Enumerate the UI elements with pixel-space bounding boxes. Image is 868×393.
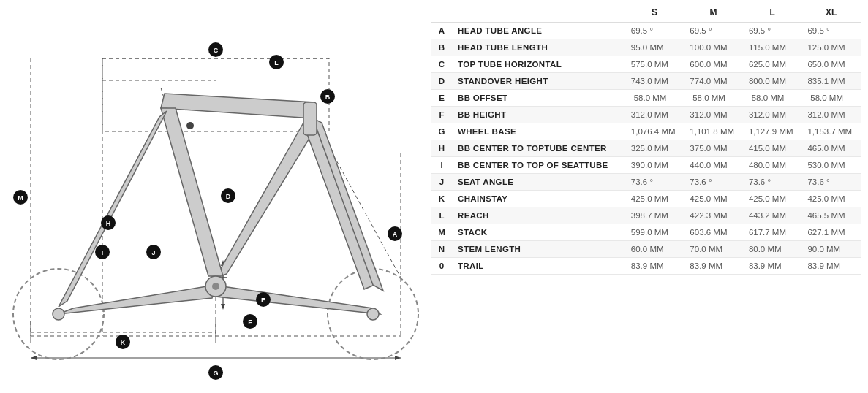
row-id: I bbox=[431, 157, 452, 174]
row-label: CHAINSTAY bbox=[452, 191, 625, 207]
svg-text:H: H bbox=[106, 220, 111, 227]
row-l: 80.0 MM bbox=[743, 241, 802, 258]
row-xl: 83.9 MM bbox=[801, 258, 861, 275]
row-label: STACK bbox=[452, 224, 625, 241]
row-s: 1,076.4 MM bbox=[625, 123, 684, 140]
table-row: C TOP TUBE HORIZONTAL 575.0 MM 600.0 MM … bbox=[431, 56, 861, 73]
row-xl: 650.0 MM bbox=[801, 56, 861, 73]
row-m: 600.0 MM bbox=[684, 56, 743, 73]
col-header-id bbox=[431, 3, 452, 23]
row-xl: 530.0 MM bbox=[801, 157, 861, 174]
row-s: 425.0 MM bbox=[625, 191, 684, 207]
row-s: 743.0 MM bbox=[625, 73, 684, 90]
row-id: F bbox=[431, 107, 452, 123]
row-xl: 90.0 MM bbox=[801, 241, 861, 258]
row-s: 69.5 ° bbox=[625, 23, 684, 39]
table-row: B HEAD TUBE LENGTH 95.0 MM 100.0 MM 115.… bbox=[431, 39, 861, 56]
row-id: B bbox=[431, 39, 452, 56]
row-id: K bbox=[431, 191, 452, 207]
row-m: 83.9 MM bbox=[684, 258, 743, 275]
row-s: 390.0 MM bbox=[625, 157, 684, 174]
svg-text:C: C bbox=[214, 47, 219, 54]
row-label: TRAIL bbox=[452, 258, 625, 275]
row-label: TOP TUBE HORIZONTAL bbox=[452, 56, 625, 73]
svg-text:D: D bbox=[226, 193, 231, 200]
row-s: 398.7 MM bbox=[625, 207, 684, 224]
col-header-s: S bbox=[625, 3, 684, 23]
row-id: N bbox=[431, 241, 452, 258]
row-label: HEAD TUBE ANGLE bbox=[452, 23, 625, 39]
row-l: 73.6 ° bbox=[743, 174, 802, 191]
row-label: HEAD TUBE LENGTH bbox=[452, 39, 625, 56]
table-row: D STANDOVER HEIGHT 743.0 MM 774.0 MM 800… bbox=[431, 73, 861, 90]
row-label: STEM LENGTH bbox=[452, 241, 625, 258]
row-label: BB CENTER TO TOPTUBE CENTER bbox=[452, 140, 625, 157]
row-xl: 465.0 MM bbox=[801, 140, 861, 157]
row-label: STANDOVER HEIGHT bbox=[452, 73, 625, 90]
svg-text:F: F bbox=[248, 318, 252, 326]
row-s: 60.0 MM bbox=[625, 241, 684, 258]
table-row: M STACK 599.0 MM 603.6 MM 617.7 MM 627.1… bbox=[431, 224, 861, 241]
row-m: 440.0 MM bbox=[684, 157, 743, 174]
svg-point-37 bbox=[367, 308, 379, 320]
table-row: E BB OFFSET -58.0 MM -58.0 MM -58.0 MM -… bbox=[431, 90, 861, 107]
table-row: G WHEEL BASE 1,076.4 MM 1,101.8 MM 1,127… bbox=[431, 123, 861, 140]
svg-text:L: L bbox=[274, 59, 279, 66]
spec-table-panel: S M L XL A HEAD TUBE ANGLE 69.5 ° 69.5 °… bbox=[424, 0, 868, 393]
row-id: J bbox=[431, 174, 452, 191]
svg-text:A: A bbox=[393, 231, 398, 238]
row-m: 375.0 MM bbox=[684, 140, 743, 157]
table-row: H BB CENTER TO TOPTUBE CENTER 325.0 MM 3… bbox=[431, 140, 861, 157]
row-m: 69.5 ° bbox=[684, 23, 743, 39]
row-id: E bbox=[431, 90, 452, 107]
table-row: I BB CENTER TO TOP OF SEATTUBE 390.0 MM … bbox=[431, 157, 861, 174]
row-label: REACH bbox=[452, 207, 625, 224]
row-id: A bbox=[431, 23, 452, 39]
row-l: 312.0 MM bbox=[743, 107, 802, 123]
row-l: 617.7 MM bbox=[743, 224, 802, 241]
row-m: -58.0 MM bbox=[684, 90, 743, 107]
svg-rect-0 bbox=[0, 0, 424, 393]
row-l: 443.2 MM bbox=[743, 207, 802, 224]
bike-diagram: A B C D E F G H I J K L M bbox=[0, 0, 424, 393]
row-l: 1,127.9 MM bbox=[743, 123, 802, 140]
row-xl: -58.0 MM bbox=[801, 90, 861, 107]
col-header-m: M bbox=[684, 3, 743, 23]
svg-point-38 bbox=[186, 122, 194, 129]
col-header-dimension bbox=[452, 3, 625, 23]
table-row: K CHAINSTAY 425.0 MM 425.0 MM 425.0 MM 4… bbox=[431, 191, 861, 207]
row-id: 0 bbox=[431, 258, 452, 275]
row-s: 575.0 MM bbox=[625, 56, 684, 73]
row-xl: 312.0 MM bbox=[801, 107, 861, 123]
table-row: N STEM LENGTH 60.0 MM 70.0 MM 80.0 MM 90… bbox=[431, 241, 861, 258]
row-m: 70.0 MM bbox=[684, 241, 743, 258]
geometry-table: S M L XL A HEAD TUBE ANGLE 69.5 ° 69.5 °… bbox=[431, 3, 861, 275]
row-s: 599.0 MM bbox=[625, 224, 684, 241]
table-row: F BB HEIGHT 312.0 MM 312.0 MM 312.0 MM 3… bbox=[431, 107, 861, 123]
row-l: 425.0 MM bbox=[743, 191, 802, 207]
svg-point-36 bbox=[53, 308, 64, 320]
col-header-xl: XL bbox=[801, 3, 861, 23]
row-xl: 425.0 MM bbox=[801, 191, 861, 207]
row-l: 83.9 MM bbox=[743, 258, 802, 275]
row-label: BB OFFSET bbox=[452, 90, 625, 107]
row-xl: 125.0 MM bbox=[801, 39, 861, 56]
row-l: 800.0 MM bbox=[743, 73, 802, 90]
row-xl: 835.1 MM bbox=[801, 73, 861, 90]
row-id: G bbox=[431, 123, 452, 140]
table-row: J SEAT ANGLE 73.6 ° 73.6 ° 73.6 ° 73.6 ° bbox=[431, 174, 861, 191]
svg-text:I: I bbox=[102, 249, 104, 256]
row-s: 312.0 MM bbox=[625, 107, 684, 123]
row-id: C bbox=[431, 56, 452, 73]
row-s: 73.6 ° bbox=[625, 174, 684, 191]
row-xl: 627.1 MM bbox=[801, 224, 861, 241]
svg-text:B: B bbox=[325, 94, 331, 101]
svg-rect-33 bbox=[303, 102, 317, 135]
row-label: SEAT ANGLE bbox=[452, 174, 625, 191]
table-row: A HEAD TUBE ANGLE 69.5 ° 69.5 ° 69.5 ° 6… bbox=[431, 23, 861, 39]
row-label: BB HEIGHT bbox=[452, 107, 625, 123]
row-s: 95.0 MM bbox=[625, 39, 684, 56]
row-label: BB CENTER TO TOP OF SEATTUBE bbox=[452, 157, 625, 174]
table-row: L REACH 398.7 MM 422.3 MM 443.2 MM 465.5… bbox=[431, 207, 861, 224]
svg-text:K: K bbox=[121, 339, 126, 346]
